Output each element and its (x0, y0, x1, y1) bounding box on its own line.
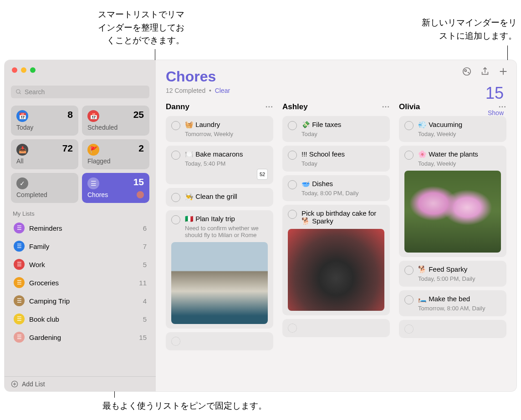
column-olivia: Olivia ··· 💨 VacuumingToday, Weekly 🌸 Wa… (399, 102, 506, 375)
new-reminder-placeholder[interactable] (166, 332, 273, 350)
list-count: 5 (143, 261, 147, 268)
reminder-card[interactable]: 🛏️ Make the bedTomorrow, 8:00 AM, Daily (399, 290, 506, 316)
smart-count: 15 (133, 177, 144, 187)
reminder-checkbox[interactable] (171, 121, 180, 130)
inbox-icon: 📥 (16, 144, 28, 156)
reminder-title: 🇮🇹 Plan Italy trip (185, 215, 235, 223)
list-item-reminders[interactable]: ☰ Reminders 6 (5, 219, 156, 237)
smart-tile-chores[interactable]: ☰ 15 Chores (82, 173, 149, 203)
column-header: Danny ··· (166, 102, 273, 116)
show-button[interactable]: Show (488, 109, 504, 116)
reminder-checkbox[interactable] (171, 193, 180, 202)
check-icon: ✓ (16, 177, 28, 189)
toolbar (462, 66, 508, 78)
reminder-card[interactable]: 🌸 Water the plantsToday, Weekly (399, 146, 506, 257)
column-ashley: Ashley ··· 💸 File taxesToday !!! School … (282, 102, 390, 375)
reminder-card[interactable]: 💨 VacuumingToday, Weekly (399, 116, 506, 142)
callout-smart-lists: スマートリストでリマ インダーを整理してお くことができます。 (48, 8, 184, 47)
list-color-icon: ☰ (14, 295, 25, 306)
columns: Danny ··· 🧺 LaundryTomorrow, Weekly 🍽️ B… (166, 102, 506, 375)
search-input[interactable]: Search (11, 86, 149, 98)
list-item-camping-trip[interactable]: ☰ Camping Trip 4 (5, 292, 156, 310)
close-button[interactable] (12, 67, 17, 73)
reminder-checkbox[interactable] (171, 151, 180, 160)
reminder-card[interactable]: Pick up birthday cake for 🐕 Sparky (282, 205, 390, 315)
list-color-icon: ☰ (14, 332, 25, 343)
reminder-checkbox[interactable] (288, 180, 297, 189)
new-reminder-placeholder[interactable] (399, 320, 506, 338)
smart-tile-flagged[interactable]: 🚩 2 Flagged (82, 139, 149, 169)
reminder-subtitle: Tomorrow, Weekly (185, 131, 268, 137)
reminder-title: 🌸 Water the plants (418, 150, 478, 158)
reminder-checkbox[interactable] (171, 215, 180, 224)
reminder-checkbox[interactable] (404, 266, 414, 275)
reminder-checkbox[interactable] (404, 295, 414, 304)
minimize-button[interactable] (21, 67, 26, 73)
sidebar: Search 📅 8 Today 📅 25 Scheduled 📥 72 All… (5, 60, 156, 391)
list-item-book-club[interactable]: ☰ Book club 5 (5, 310, 156, 328)
reminder-subtitle: Today (301, 131, 384, 137)
reminder-image (288, 229, 384, 311)
reminder-card[interactable]: 🇮🇹 Plan Italy tripNeed to confirm whethe… (166, 210, 273, 329)
reminder-checkbox[interactable] (288, 210, 297, 219)
list-count: 15 (139, 334, 147, 341)
share-icon[interactable] (480, 66, 490, 78)
list-item-groceries[interactable]: ☰ Groceries 11 (5, 273, 156, 292)
smart-tile-scheduled[interactable]: 📅 25 Scheduled (82, 106, 149, 136)
completed-text: 12 Completed (166, 87, 205, 94)
reminder-card[interactable]: !!! School feesToday (282, 146, 390, 172)
collaborate-icon[interactable] (462, 66, 472, 78)
maximize-button[interactable] (30, 67, 36, 73)
reminder-title: !!! School fees (301, 150, 345, 158)
reminder-card[interactable]: 🍽️ Bake macaronsToday, 5:40 PM52 (166, 146, 273, 184)
smart-tile-today[interactable]: 📅 8 Today (11, 106, 78, 136)
list-title: Chores (166, 68, 506, 85)
reminder-title: 🐕 Feed Sparky (418, 265, 467, 273)
reminder-subtitle: Today, Weekly (418, 160, 501, 167)
column-name: Ashley (282, 102, 308, 111)
clear-button[interactable]: Clear (215, 87, 230, 94)
reminder-card[interactable]: 🥣 DishesToday, 8:00 PM, Daily (282, 175, 390, 201)
svg-point-0 (16, 90, 20, 93)
reminder-checkbox[interactable] (404, 151, 414, 160)
reminder-checkbox[interactable] (404, 121, 414, 130)
reminder-checkbox[interactable] (288, 151, 297, 160)
reminder-card[interactable]: 💸 File taxesToday (282, 116, 390, 142)
add-reminder-icon[interactable] (498, 66, 508, 78)
svg-line-1 (20, 93, 21, 94)
reminder-subtitle: Today, Weekly (418, 131, 501, 137)
reminder-image (404, 171, 501, 253)
new-reminder-placeholder[interactable] (282, 319, 390, 337)
add-list-button[interactable]: Add List (5, 376, 156, 391)
my-lists-header: My Lists (5, 207, 156, 219)
smart-tile-all[interactable]: 📥 72 All (11, 139, 78, 169)
smart-count: 8 (67, 109, 73, 120)
reminder-card[interactable]: 👨‍🍳 Clean the grill (166, 188, 273, 207)
reminder-title: 💸 File taxes (301, 121, 341, 129)
reminder-checkbox[interactable] (288, 121, 297, 130)
reminder-title: 🍽️ Bake macarons (185, 150, 243, 158)
smart-label: Scheduled (87, 124, 144, 131)
list-item-work[interactable]: ☰ Work 5 (5, 255, 156, 273)
list-item-family[interactable]: ☰ Family 7 (5, 237, 156, 255)
reminder-subtitle: Need to confirm whether we should fly to… (185, 225, 268, 238)
list-icon: ☰ (87, 177, 99, 189)
reminder-title: 🧺 Laundry (185, 121, 220, 129)
list-header: Chores 15 12 Completed • Clear Show (166, 68, 506, 94)
smart-tile-completed[interactable]: ✓ Completed (11, 173, 78, 203)
reminder-title: 🛏️ Make the bed (418, 295, 470, 303)
column-danny: Danny ··· 🧺 LaundryTomorrow, Weekly 🍽️ B… (166, 102, 273, 375)
list-color-icon: ☰ (14, 241, 25, 252)
column-name: Olivia (399, 102, 420, 111)
reminder-card[interactable]: 🧺 LaundryTomorrow, Weekly (166, 116, 273, 142)
search-icon (15, 89, 22, 95)
column-more-icon[interactable]: ··· (266, 102, 273, 111)
search-placeholder: Search (25, 88, 45, 96)
reminder-card[interactable]: 🐕 Feed SparkyToday, 5:00 PM, Daily (399, 261, 506, 287)
list-item-gardening[interactable]: ☰ Gardening 15 (5, 328, 156, 346)
reminder-subtitle: Tomorrow, 8:00 AM, Daily (418, 305, 501, 312)
smart-label: Today (16, 124, 73, 131)
column-more-icon[interactable]: ··· (382, 102, 390, 111)
empty-checkbox-icon (288, 324, 297, 333)
smart-count: 72 (62, 143, 73, 154)
